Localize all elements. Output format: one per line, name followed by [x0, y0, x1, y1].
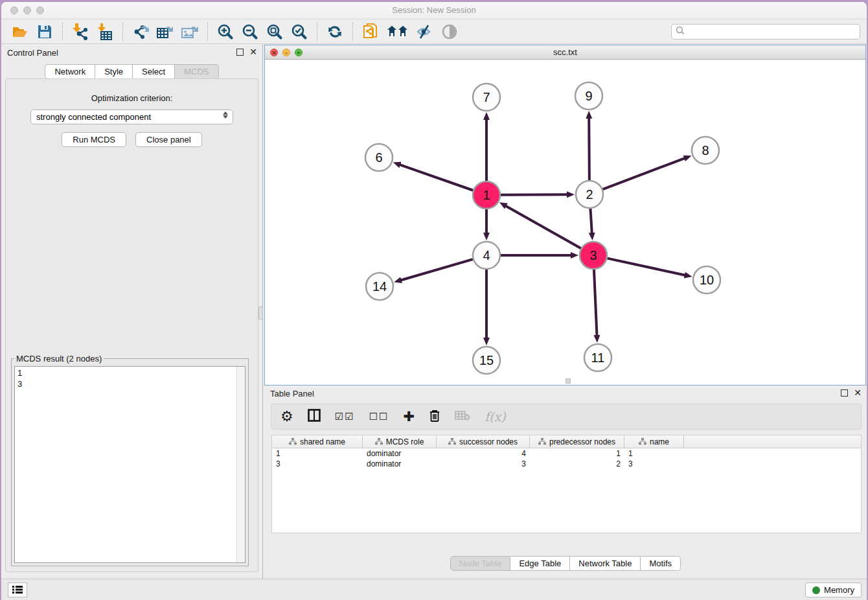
first-neighbors-icon[interactable] [386, 23, 409, 41]
search-field[interactable] [671, 24, 860, 40]
control-panel: Control Panel ✕ NetworkStyleSelectMCDS O… [1, 45, 263, 579]
open-file-icon[interactable] [11, 23, 29, 41]
graph-edge-3-11[interactable] [594, 270, 597, 336]
zoom-out-icon[interactable] [241, 23, 259, 41]
select-stepper-icon [223, 111, 228, 119]
memory-status-icon [812, 586, 820, 594]
table-cell[interactable]: dominator [363, 459, 437, 469]
task-history-button[interactable] [8, 583, 27, 597]
mcds-result-scrollbar[interactable] [236, 367, 245, 562]
node-table-header: shared nameMCDS rolesuccessor nodesprede… [272, 435, 861, 448]
tab-edge-table[interactable]: Edge Table [510, 556, 570, 571]
table-cell[interactable]: 1 [624, 448, 684, 459]
show-column-panel-icon[interactable] [308, 409, 321, 424]
zoom-selected-icon[interactable] [290, 23, 308, 41]
show-all-icon [440, 23, 459, 41]
save-session-icon[interactable] [36, 23, 54, 41]
table-tabs: Node TableEdge TableNetwork TableMotifs [264, 556, 867, 571]
tab-select[interactable]: Select [133, 64, 175, 79]
column-header-predecessor-nodes[interactable]: predecessor nodes [530, 435, 624, 448]
tab-motifs[interactable]: Motifs [641, 556, 681, 571]
criterion-select[interactable]: strongly connected component [30, 110, 233, 124]
select-all-columns-icon[interactable]: ☑☑ [335, 410, 355, 423]
run-mcds-button[interactable]: Run MCDS [62, 132, 126, 147]
close-panel-button[interactable]: Close panel [135, 132, 202, 147]
toolbar-separator [122, 23, 123, 41]
table-cell[interactable]: dominator [363, 448, 437, 459]
graph-edge-2-9[interactable] [589, 118, 589, 180]
tab-mcds[interactable]: MCDS [175, 64, 218, 79]
graph-edge-3-10[interactable] [607, 259, 685, 275]
graph-node-label-1: 1 [483, 188, 490, 202]
export-network-icon[interactable] [131, 23, 150, 41]
column-label: MCDS role [386, 437, 424, 446]
table-cell[interactable]: 3 [624, 459, 684, 469]
float-panel-icon[interactable] [236, 49, 244, 56]
delete-column-icon[interactable] [429, 409, 440, 425]
graph-edge-4-14[interactable] [401, 259, 473, 280]
zoom-in-icon[interactable] [216, 23, 234, 41]
graph-node-label-6: 6 [375, 150, 382, 165]
table-row[interactable]: 1dominator411 [272, 448, 861, 459]
network-canvas[interactable]: 7968124314101511 [265, 60, 865, 385]
network-graph[interactable]: 7968124314101511 [265, 60, 867, 386]
tab-network[interactable]: Network [45, 64, 95, 79]
unselect-all-columns-icon[interactable]: ☐☐ [369, 410, 389, 423]
table-row[interactable]: 3dominator323 [272, 459, 861, 469]
graph-edge-1-2[interactable] [501, 194, 567, 195]
table-cell[interactable]: 2 [530, 459, 624, 469]
column-header-successor-nodes[interactable]: successor nodes [437, 435, 530, 448]
zoom-fit-icon[interactable] [266, 23, 284, 41]
import-network-icon[interactable] [71, 23, 89, 41]
graph-edge-1-6[interactable] [400, 165, 473, 190]
create-column-icon[interactable]: ✚ [404, 410, 415, 423]
column-header-shared-name[interactable]: shared name [272, 435, 363, 448]
tab-style[interactable]: Style [95, 64, 133, 79]
refresh-icon[interactable] [326, 23, 344, 41]
graph-node-label-2: 2 [586, 187, 593, 202]
attribute-type-icon [538, 438, 546, 445]
memory-button[interactable]: Memory [805, 583, 862, 597]
tab-network-table[interactable]: Network Table [570, 556, 641, 571]
table-cell[interactable]: 1 [530, 448, 624, 459]
mcds-result-title: MCDS result (2 nodes) [14, 354, 104, 363]
float-table-panel-icon[interactable] [841, 389, 848, 397]
graph-node-label-8: 8 [702, 143, 709, 157]
status-bar: Memory [1, 579, 867, 600]
attribute-type-icon [448, 438, 456, 445]
toolbar-separator [62, 23, 63, 41]
tab-node-table[interactable]: Node Table [450, 556, 511, 571]
graph-edge-2-3[interactable] [590, 209, 591, 233]
table-cell[interactable]: 4 [437, 448, 530, 459]
optimization-criterion-label: Optimization criterion: [6, 93, 258, 103]
graph-edge-2-8[interactable] [603, 158, 685, 189]
graph-node-label-15: 15 [479, 353, 494, 367]
table-cell[interactable]: 3 [272, 459, 363, 469]
column-header-MCDS-role[interactable]: MCDS role [363, 435, 437, 448]
mcds-result-group: MCDS result (2 nodes) 1 3 [11, 354, 249, 566]
network-view-window: ✕ − + scc.txt 7968124314101511 [264, 45, 866, 386]
graph-node-label-9: 9 [585, 89, 592, 103]
canvas-resize-grip[interactable] [565, 378, 571, 384]
toolbar-separator [352, 23, 353, 41]
copy-network-icon[interactable] [361, 23, 380, 41]
table-cell[interactable]: 1 [272, 448, 363, 459]
attribute-type-icon [289, 438, 297, 445]
close-panel-icon[interactable]: ✕ [249, 47, 257, 57]
search-input[interactable] [687, 27, 856, 37]
close-table-panel-icon[interactable]: ✕ [854, 388, 862, 398]
main-toolbar [1, 20, 867, 44]
column-header-name[interactable]: name [624, 435, 684, 448]
hide-selected-icon[interactable] [416, 23, 434, 41]
graph-edge-3-1[interactable] [506, 206, 581, 249]
table-settings-gear-icon[interactable]: ⚙ [280, 410, 293, 423]
panel-splitter-handle[interactable] [258, 306, 263, 319]
table-cell[interactable]: 3 [437, 459, 530, 469]
export-table-icon[interactable] [156, 23, 174, 41]
export-image-icon[interactable] [181, 23, 199, 41]
import-table-icon[interactable] [96, 23, 114, 41]
column-label: shared name [300, 437, 345, 446]
application-window: Session: New Session [1, 2, 867, 600]
network-window-title-bar: ✕ − + scc.txt [265, 45, 865, 60]
mcds-result-text[interactable]: 1 3 [14, 366, 246, 563]
